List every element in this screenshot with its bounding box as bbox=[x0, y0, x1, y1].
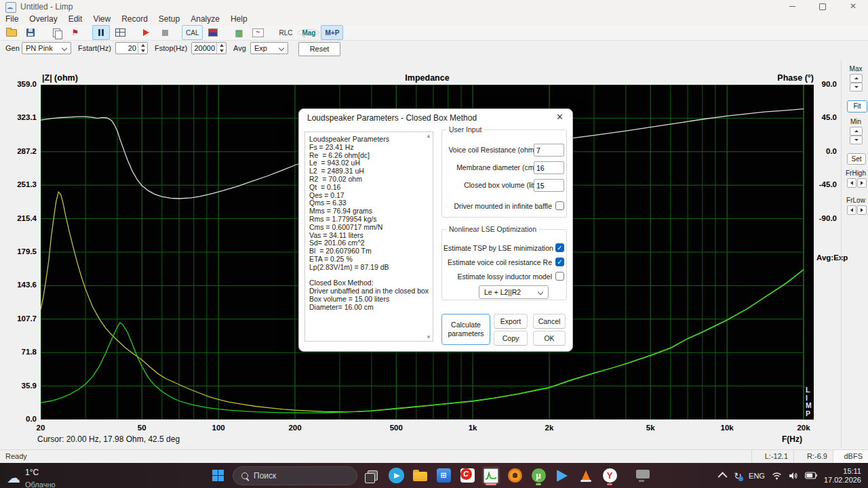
menu-help[interactable]: Help bbox=[225, 14, 253, 24]
y-axis-label-left: 71.8 bbox=[0, 348, 37, 356]
avg-label: Avg bbox=[233, 44, 246, 52]
task-view-button[interactable] bbox=[363, 466, 381, 485]
set-button[interactable]: Set bbox=[847, 153, 866, 165]
spectrum-button[interactable]: ▦ bbox=[230, 25, 248, 40]
scroll-up-icon[interactable]: ▲ bbox=[426, 133, 431, 139]
battery-icon[interactable] bbox=[805, 472, 817, 479]
limp-app-taskbar[interactable] bbox=[482, 466, 500, 485]
pen-button[interactable]: ⚑ bbox=[66, 25, 84, 40]
copy-button-dialog[interactable]: Copy bbox=[494, 331, 528, 346]
maximize-button[interactable] bbox=[808, 0, 837, 14]
pause-button[interactable] bbox=[92, 25, 110, 40]
parameters-listbox[interactable]: Loudspeaker Parameters Fs = 23.41 Hz Re … bbox=[304, 131, 433, 342]
menu-setup[interactable]: Setup bbox=[153, 14, 185, 24]
box-volume-input[interactable] bbox=[534, 179, 564, 192]
tray-device-icon[interactable] bbox=[636, 470, 650, 479]
min-up-button[interactable] bbox=[850, 127, 863, 136]
start-button[interactable] bbox=[209, 466, 226, 485]
max-down-button[interactable] bbox=[850, 83, 863, 92]
save-button[interactable] bbox=[22, 25, 39, 40]
lse-re-checkbox[interactable]: ✓ bbox=[555, 258, 564, 266]
window-title: Untitled - Limp bbox=[20, 2, 73, 12]
volume-icon[interactable] bbox=[789, 472, 798, 480]
player-app[interactable] bbox=[553, 466, 571, 485]
mag-phase-button[interactable]: M+P bbox=[321, 25, 343, 40]
explorer-app[interactable] bbox=[411, 466, 429, 485]
y-axis-label-left: 35.9 bbox=[0, 382, 37, 390]
menu-analyze[interactable]: Analyze bbox=[185, 14, 225, 24]
calculator-app[interactable]: ⊞ bbox=[435, 466, 452, 485]
overlay-flag-button[interactable] bbox=[204, 25, 222, 40]
lse-tsp-checkbox[interactable]: ✓ bbox=[555, 243, 564, 252]
lse-row-tsp: Estimate TSP by LSE minimization ✓ bbox=[441, 243, 567, 253]
y-axis-label-left: 179.5 bbox=[0, 247, 37, 256]
fit-button[interactable]: Fit bbox=[847, 100, 867, 113]
rlc-button[interactable]: RLC bbox=[275, 25, 296, 40]
ok-button[interactable]: OK bbox=[533, 331, 566, 346]
minimize-button[interactable] bbox=[777, 0, 807, 14]
menu-view[interactable]: View bbox=[87, 14, 116, 24]
dialog-close-button[interactable]: ✕ bbox=[556, 112, 564, 122]
menu-record[interactable]: Record bbox=[116, 14, 153, 24]
search-input[interactable]: Поиск bbox=[233, 466, 357, 485]
tray-date: 17.02.2026 bbox=[824, 476, 861, 484]
telegram-app[interactable] bbox=[387, 466, 405, 485]
tray-chevron-icon[interactable] bbox=[718, 472, 728, 481]
max-up-button[interactable] bbox=[850, 74, 863, 83]
inductor-model-select[interactable]: Le + L2||R2 bbox=[479, 285, 549, 299]
generator-select[interactable]: PN Pink bbox=[22, 42, 71, 54]
lse-lossy-checkbox[interactable] bbox=[555, 272, 564, 281]
membrane-input[interactable] bbox=[534, 161, 564, 174]
baffle-checkbox[interactable] bbox=[555, 201, 564, 210]
mag-button[interactable]: Mag bbox=[298, 29, 319, 36]
lse-lossy-label: Estimate lossy inductor model bbox=[443, 272, 552, 281]
status-text: Ready bbox=[5, 452, 27, 460]
frlow-right-button[interactable] bbox=[857, 205, 867, 215]
red-c-app[interactable]: C bbox=[458, 466, 476, 485]
utorrent-app[interactable]: µ bbox=[530, 466, 547, 485]
export-button[interactable]: Export bbox=[494, 314, 528, 329]
open-file-button[interactable] bbox=[3, 25, 20, 40]
voice-coil-input[interactable] bbox=[534, 144, 564, 157]
scroll-down-icon[interactable]: ▼ bbox=[426, 334, 431, 340]
play-triangle-icon bbox=[557, 470, 568, 482]
frhigh-left-button[interactable] bbox=[847, 178, 856, 188]
frlow-left-button[interactable] bbox=[847, 205, 856, 215]
fstart-input[interactable]: 20 bbox=[115, 42, 148, 54]
language-indicator[interactable]: ENG bbox=[749, 472, 765, 480]
sync-icon[interactable]: ↻ bbox=[734, 471, 742, 481]
calculate-parameters-button[interactable]: Calculate parameters bbox=[441, 314, 490, 345]
record-play-button[interactable] bbox=[137, 25, 155, 40]
wifi-icon[interactable] bbox=[772, 472, 782, 480]
menu-edit[interactable]: Edit bbox=[63, 14, 88, 24]
frhigh-arrows[interactable] bbox=[847, 178, 867, 188]
panel-divider bbox=[841, 60, 842, 447]
yandex-icon: Y bbox=[603, 468, 617, 483]
frlow-arrows[interactable] bbox=[847, 205, 867, 215]
voice-coil-row: Voice coil Resistance (ohm) bbox=[441, 144, 567, 157]
menu-file[interactable]: File bbox=[0, 14, 24, 24]
close-button[interactable]: ✕ bbox=[838, 0, 868, 14]
fstop-input[interactable]: 20000 bbox=[191, 42, 226, 54]
averaging-select[interactable]: Exp bbox=[250, 42, 288, 54]
box-volume-label: Closed box volume (lit) bbox=[435, 181, 536, 189]
table-icon bbox=[115, 28, 125, 37]
weather-widget[interactable]: ☁ 1°C Облачно bbox=[7, 466, 56, 488]
vlc-app[interactable] bbox=[577, 466, 595, 485]
copy-button[interactable] bbox=[47, 25, 65, 40]
table-button[interactable] bbox=[111, 25, 129, 40]
frhigh-right-button[interactable] bbox=[857, 178, 867, 188]
clock[interactable]: 15:11 17.02.2026 bbox=[824, 467, 861, 485]
reset-button[interactable]: Reset bbox=[298, 42, 340, 56]
orange-app[interactable] bbox=[506, 466, 524, 485]
menu-overlay[interactable]: Overlay bbox=[24, 14, 62, 24]
cal-button[interactable]: CAL bbox=[182, 25, 203, 40]
stop-button[interactable] bbox=[156, 25, 174, 40]
cancel-button[interactable]: Cancel bbox=[533, 314, 566, 329]
parameters-text: Loudspeaker Parameters Fs = 23.41 Hz Re … bbox=[305, 132, 433, 312]
scope-button[interactable]: ~ bbox=[249, 25, 267, 40]
yandex-app[interactable]: Y bbox=[601, 466, 618, 485]
fstop-spinner[interactable] bbox=[216, 43, 226, 54]
min-down-button[interactable] bbox=[850, 136, 863, 144]
fstart-spinner[interactable] bbox=[138, 43, 147, 54]
